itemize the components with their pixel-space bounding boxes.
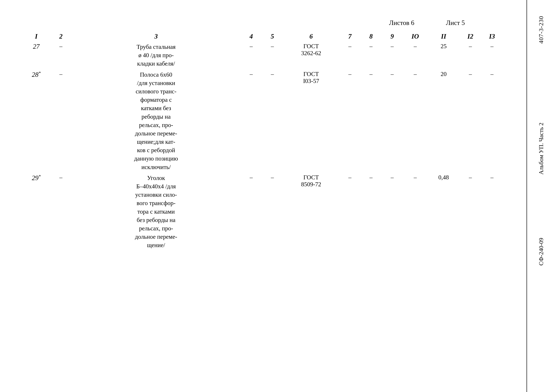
- row-29-col9: –: [382, 172, 403, 251]
- listov-block: Листов 6: [389, 19, 414, 27]
- listov-label: Листов 6: [389, 19, 414, 26]
- row-29-col11: 0,48: [428, 172, 460, 251]
- row-28-col8: –: [360, 69, 382, 172]
- row-27-col5: –: [262, 41, 283, 69]
- row-27-description: Труба стальная ø 40 /для про- кладки каб…: [72, 41, 241, 69]
- row-27-col13: –: [481, 41, 503, 69]
- row-28-col2: –: [50, 69, 72, 172]
- table-row: 27 – Труба стальная ø 40 /для про- кладк…: [22, 41, 503, 69]
- row-29-col2: –: [50, 172, 72, 251]
- col-header-4: 4: [241, 31, 262, 41]
- right-margin: 407-3-230 Альбом УП. Часть 2 СФ-240-09: [526, 0, 555, 392]
- row-27-col4: –: [241, 41, 262, 69]
- col-header-1: I: [22, 31, 50, 41]
- row-27-gost: ГОСТ 3262-62: [283, 41, 339, 69]
- row-29-col8: –: [360, 172, 382, 251]
- col-header-7: 7: [339, 31, 360, 41]
- col-header-12: I2: [460, 31, 481, 41]
- table-row: 28* – Полоса 6x60 /для установки силовог…: [22, 69, 503, 172]
- header-section: Листов 6 Лист 5: [22, 19, 503, 27]
- row-28-col4: –: [241, 69, 262, 172]
- row-27-col7: –: [339, 41, 360, 69]
- col-header-8: 8: [360, 31, 382, 41]
- row-27-col11: 25: [428, 41, 460, 69]
- row-29-col7: –: [339, 172, 360, 251]
- list-block: Лист 5: [446, 19, 465, 27]
- row-28-gost: ГОСТ I03-57: [283, 69, 339, 172]
- row-29-col12: –: [460, 172, 481, 251]
- row-28-col7: –: [339, 69, 360, 172]
- row-28-col10: –: [403, 69, 428, 172]
- row-29-col5: –: [262, 172, 283, 251]
- table-row: 29* – Уголок Б–40х40х4 /для установки си…: [22, 172, 503, 251]
- row-28-col13: –: [481, 69, 503, 172]
- row-28-col9: –: [382, 69, 403, 172]
- col-header-13: I3: [481, 31, 503, 41]
- col-header-3: 3: [72, 31, 241, 41]
- col-header-11: II: [428, 31, 460, 41]
- row-28-col12: –: [460, 69, 481, 172]
- doc-number-label: 407-3-230: [538, 16, 545, 44]
- col-header-9: 9: [382, 31, 403, 41]
- row-29-col13: –: [481, 172, 503, 251]
- list-label: Лист 5: [446, 19, 465, 26]
- col-header-5: 5: [262, 31, 283, 41]
- col-header-10: IO: [403, 31, 428, 41]
- row-num-28: 28*: [22, 69, 50, 172]
- row-num-27: 27: [22, 41, 50, 69]
- row-num-29: 29*: [22, 172, 50, 251]
- row-28-col11: 20: [428, 69, 460, 172]
- row-27-col2: –: [50, 41, 72, 69]
- row-28-description: Полоса 6x60 /для установки силового тран…: [72, 69, 241, 172]
- row-27-col10: –: [403, 41, 428, 69]
- row-27-col9: –: [382, 41, 403, 69]
- page-number-label: СФ-240-09: [538, 238, 545, 266]
- row-29-gost: ГОСТ 8509-72: [283, 172, 339, 251]
- col-header-6: 6: [283, 31, 339, 41]
- row-29-description: Уголок Б–40х40х4 /для установки сило- во…: [72, 172, 241, 251]
- col-header-2: 2: [50, 31, 72, 41]
- row-27-col12: –: [460, 41, 481, 69]
- row-27-col8: –: [360, 41, 382, 69]
- row-28-col5: –: [262, 69, 283, 172]
- main-table: I 2 3 4 5 6 7 8 9 IO II I2 I3: [22, 31, 503, 251]
- album-label: Альбом УП. Часть 2: [538, 123, 545, 175]
- row-29-col10: –: [403, 172, 428, 251]
- row-29-col4: –: [241, 172, 262, 251]
